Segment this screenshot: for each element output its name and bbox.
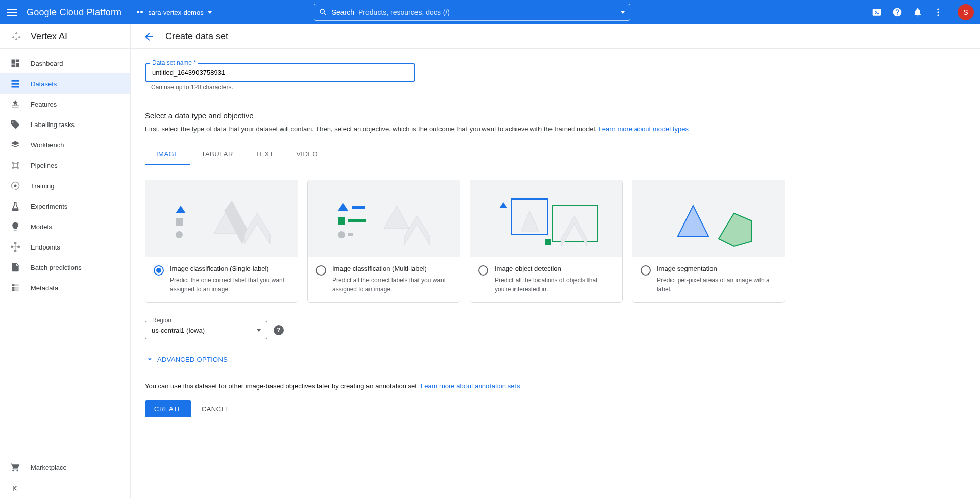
objective-card-0[interactable]: Image classification (Single-label)Predi… bbox=[145, 180, 298, 303]
tab-video[interactable]: VIDEO bbox=[285, 143, 329, 165]
sidebar-item-models[interactable]: Models bbox=[0, 216, 130, 237]
sidebar-item-labelling[interactable]: Labelling tasks bbox=[0, 114, 130, 135]
sidebar-item-dashboard[interactable]: Dashboard bbox=[0, 53, 130, 73]
project-icon bbox=[136, 8, 144, 16]
region-help-icon[interactable]: ? bbox=[274, 325, 284, 335]
card-title: Image segmentation bbox=[657, 265, 776, 272]
sidebar-item-label: Batch predictions bbox=[31, 264, 82, 271]
sidebar-item-features[interactable]: Features bbox=[0, 94, 130, 114]
objective-card-2[interactable]: Image object detectionPredict all the lo… bbox=[470, 180, 623, 303]
card-illustration bbox=[470, 180, 622, 257]
back-arrow-icon[interactable] bbox=[143, 31, 155, 43]
create-button[interactable]: CREATE bbox=[145, 400, 191, 417]
sidebar-item-marketplace[interactable]: Marketplace bbox=[0, 457, 130, 478]
region-select[interactable]: Region us-central1 (Iowa) bbox=[145, 321, 267, 339]
svg-marker-4 bbox=[176, 206, 186, 213]
sidebar-item-label: Datasets bbox=[31, 80, 57, 88]
annotation-note: You can use this dataset for other image… bbox=[145, 382, 933, 390]
objective-card-3[interactable]: Image segmentationPredict per-pixel area… bbox=[632, 180, 785, 303]
sidebar-item-label: Features bbox=[31, 101, 57, 108]
card-illustration bbox=[145, 180, 298, 257]
sidebar-item-label: Training bbox=[31, 182, 54, 190]
card-illustration bbox=[308, 180, 460, 257]
sidebar-item-label: Labelling tasks bbox=[31, 121, 75, 129]
svg-point-2 bbox=[937, 14, 939, 16]
tab-text[interactable]: TEXT bbox=[244, 143, 285, 165]
sidebar-item-batch[interactable]: Batch predictions bbox=[0, 257, 130, 278]
top-actions: S bbox=[872, 4, 974, 20]
svg-rect-15 bbox=[348, 233, 353, 236]
datasets-icon bbox=[10, 79, 20, 89]
objective-cards: Image classification (Single-label)Predi… bbox=[145, 180, 933, 303]
region-value: us-central1 (Iowa) bbox=[152, 327, 205, 334]
svg-point-6 bbox=[176, 231, 183, 238]
collapse-sidebar[interactable] bbox=[0, 478, 130, 498]
sidebar-item-training[interactable]: Training bbox=[0, 176, 130, 196]
svg-point-14 bbox=[338, 231, 345, 238]
hamburger-menu-icon[interactable] bbox=[6, 6, 18, 18]
caret-down-icon bbox=[208, 11, 212, 14]
card-radio[interactable] bbox=[641, 265, 651, 276]
dashboard-icon bbox=[10, 58, 20, 68]
card-radio[interactable] bbox=[154, 265, 164, 276]
help-icon[interactable] bbox=[892, 7, 902, 17]
card-title: Image object detection bbox=[495, 265, 614, 272]
sidebar-item-metadata[interactable]: Metadata bbox=[0, 278, 130, 298]
objective-card-1[interactable]: Image classification (Multi-label)Predic… bbox=[307, 180, 460, 303]
top-bar: Google Cloud Platform sara-vertex-demos … bbox=[0, 0, 980, 24]
search-box[interactable]: Search Products, resources, docs (/) bbox=[314, 4, 630, 21]
gcp-logo[interactable]: Google Cloud Platform bbox=[27, 7, 121, 18]
search-dropdown-icon[interactable] bbox=[621, 11, 625, 14]
card-description: Predict all the locations of objects tha… bbox=[495, 276, 614, 294]
card-radio[interactable] bbox=[316, 265, 326, 276]
learn-more-annotation-link[interactable]: Learn more about annotation sets bbox=[421, 382, 520, 390]
labelling-icon bbox=[10, 119, 20, 130]
tab-image[interactable]: IMAGE bbox=[145, 143, 190, 165]
sidebar-item-experiments[interactable]: Experiments bbox=[0, 196, 130, 216]
project-name: sara-vertex-demos bbox=[148, 9, 203, 16]
pipelines-icon bbox=[10, 160, 20, 170]
svg-rect-13 bbox=[348, 219, 366, 222]
sidebar-item-label: Models bbox=[31, 223, 52, 231]
notifications-icon[interactable] bbox=[913, 7, 923, 17]
metadata-icon bbox=[10, 283, 20, 293]
section-title: Select a data type and objective bbox=[145, 111, 933, 120]
product-title: Vertex AI bbox=[31, 31, 67, 42]
card-title: Image classification (Single-label) bbox=[170, 265, 289, 272]
svg-point-0 bbox=[937, 9, 939, 10]
product-header[interactable]: Vertex AI bbox=[0, 24, 130, 49]
svg-marker-24 bbox=[678, 206, 708, 236]
svg-marker-20 bbox=[521, 211, 539, 231]
svg-marker-18 bbox=[499, 202, 507, 208]
user-avatar[interactable]: S bbox=[958, 4, 974, 20]
project-selector[interactable]: sara-vertex-demos bbox=[136, 8, 211, 16]
nav-list: DashboardDatasetsFeaturesLabelling tasks… bbox=[0, 49, 130, 457]
learn-more-model-types-link[interactable]: Learn more about model types bbox=[599, 125, 689, 133]
card-illustration bbox=[632, 180, 785, 257]
sidebar-item-endpoints[interactable]: Endpoints bbox=[0, 237, 130, 257]
sidebar-item-pipelines[interactable]: Pipelines bbox=[0, 155, 130, 176]
cloud-shell-icon[interactable] bbox=[872, 7, 882, 17]
sidebar-item-workbench[interactable]: Workbench bbox=[0, 135, 130, 155]
card-title: Image classification (Multi-label) bbox=[332, 265, 452, 272]
cancel-button[interactable]: CANCEL bbox=[202, 405, 230, 413]
search-icon bbox=[318, 8, 328, 17]
endpoints-icon bbox=[10, 242, 20, 252]
datatype-tabs: IMAGETABULARTEXTVIDEO bbox=[145, 143, 933, 165]
card-description: Predict all the correct labels that you … bbox=[332, 276, 452, 294]
training-icon bbox=[10, 181, 20, 191]
tab-tabular[interactable]: TABULAR bbox=[190, 143, 244, 165]
advanced-options-toggle[interactable]: ADVANCED OPTIONS bbox=[145, 355, 933, 364]
sidebar-item-label: Workbench bbox=[31, 141, 64, 149]
sidebar-item-label: Dashboard bbox=[31, 60, 63, 67]
models-icon bbox=[10, 221, 20, 232]
main-content: Create data set Data set name * Can use … bbox=[131, 24, 980, 498]
workbench-icon bbox=[10, 140, 20, 150]
svg-marker-17 bbox=[404, 216, 430, 245]
svg-point-3 bbox=[14, 185, 17, 187]
more-vert-icon[interactable] bbox=[933, 7, 943, 17]
chevron-down-icon bbox=[145, 355, 154, 364]
svg-marker-16 bbox=[384, 206, 409, 229]
card-radio[interactable] bbox=[478, 265, 488, 276]
sidebar-item-datasets[interactable]: Datasets bbox=[0, 73, 130, 94]
